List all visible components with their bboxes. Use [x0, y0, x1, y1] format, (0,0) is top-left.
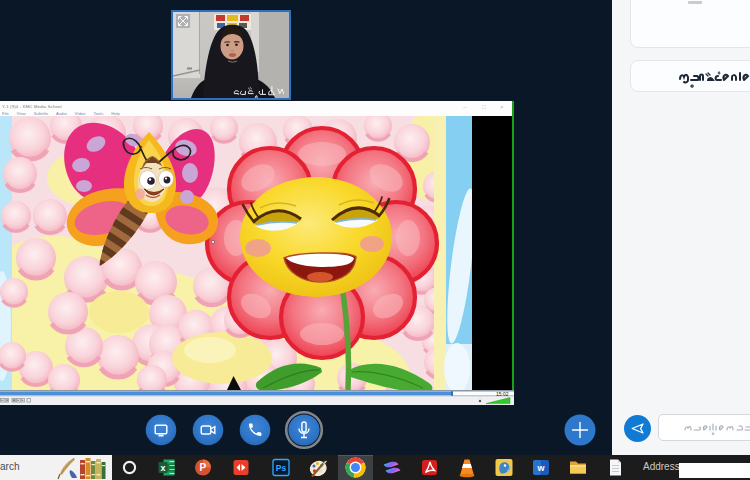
- svg-text:Ps: Ps: [276, 463, 287, 473]
- svg-text:w: w: [536, 463, 545, 473]
- svg-text:P: P: [199, 462, 206, 473]
- svg-text:x: x: [160, 463, 165, 473]
- svg-text:15:02: 15:02: [496, 391, 509, 397]
